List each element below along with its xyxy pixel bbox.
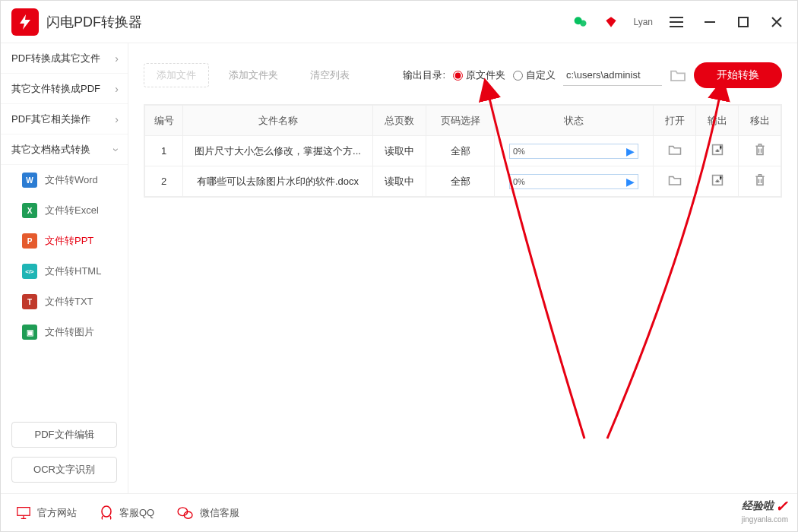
minimize-icon[interactable] <box>700 12 720 32</box>
titlebar: 闪电PDF转换器 Lyan <box>1 1 797 43</box>
file-table: 编号 文件名称 总页数 页码选择 状态 打开 输出 移出 1图片尺寸大小怎么修改… <box>144 104 782 198</box>
start-convert-button[interactable]: 开始转换 <box>694 62 782 88</box>
th-num: 编号 <box>145 106 183 136</box>
add-file-button[interactable]: 添加文件 <box>144 63 209 87</box>
maximize-icon[interactable] <box>733 12 753 32</box>
check-icon: ✓ <box>775 497 788 515</box>
sidebar-item-html[interactable]: </>文件转HTML <box>1 256 128 287</box>
th-status: 状态 <box>495 106 654 136</box>
progress-bar[interactable]: 0%▶ <box>509 174 638 189</box>
monitor-icon <box>16 506 31 520</box>
menu-icon[interactable] <box>667 12 686 32</box>
radio-custom-folder[interactable]: 自定义 <box>513 68 556 82</box>
sidebar-item-txt[interactable]: T文件转TXT <box>1 287 128 317</box>
main-panel: 添加文件 添加文件夹 清空列表 输出目录: 原文件夹 自定义 开始转换 编号 文… <box>128 43 797 493</box>
cell-status: 0%▶ <box>495 166 654 197</box>
trash-icon[interactable] <box>754 176 766 189</box>
chevron-right-icon: › <box>115 83 119 95</box>
chevron-right-icon: › <box>115 113 119 125</box>
sidebar-group-other-formats[interactable]: 其它文档格式转换› <box>1 135 128 165</box>
output-path-input[interactable] <box>563 65 662 86</box>
open-folder-icon[interactable] <box>668 145 682 158</box>
html-icon: </> <box>22 264 37 279</box>
footer-wechat[interactable]: 微信客服 <box>177 506 239 520</box>
sidebar-item-image[interactable]: ▣文件转图片 <box>1 317 128 347</box>
play-icon: ▶ <box>626 176 635 188</box>
trash-icon[interactable] <box>754 146 766 159</box>
svg-point-6 <box>102 506 111 517</box>
image-icon: ▣ <box>22 325 37 340</box>
th-pages: 总页数 <box>373 106 426 136</box>
th-name: 文件名称 <box>183 106 373 136</box>
watermark: 经验啦 ✓ jingyanla.com <box>742 497 788 524</box>
cell-num: 2 <box>145 166 183 197</box>
toolbar: 添加文件 添加文件夹 清空列表 输出目录: 原文件夹 自定义 开始转换 <box>144 59 782 92</box>
wechat-icon <box>177 506 194 520</box>
table-row: 1图片尺寸大小怎么修改，掌握这个方...读取中全部0%▶ <box>145 136 781 166</box>
word-icon: W <box>22 173 37 188</box>
export-icon[interactable] <box>711 145 724 158</box>
footer-official-site[interactable]: 官方网站 <box>16 506 77 520</box>
footer: 官方网站 客服QQ 微信客服 <box>1 493 797 531</box>
close-icon[interactable] <box>767 12 787 32</box>
ppt-icon: P <box>22 233 37 249</box>
titlebar-right: Lyan <box>572 12 787 32</box>
progress-bar[interactable]: 0%▶ <box>509 144 638 159</box>
qq-icon <box>100 505 113 521</box>
th-sel: 页码选择 <box>426 106 495 136</box>
cell-pages: 读取中 <box>373 136 426 166</box>
cell-name: 有哪些可以去除图片水印的软件.docx <box>183 166 373 197</box>
add-folder-button[interactable]: 添加文件夹 <box>217 63 290 87</box>
sidebar-group-pdf-to-other[interactable]: PDF转换成其它文件› <box>1 43 128 74</box>
cell-pages: 读取中 <box>373 166 426 197</box>
sidebar-item-ppt[interactable]: P文件转PPT <box>1 226 128 256</box>
user-name: Lyan <box>633 17 653 27</box>
browse-folder-icon[interactable] <box>670 67 686 84</box>
cell-sel[interactable]: 全部 <box>426 136 495 166</box>
th-export: 输出 <box>696 106 739 136</box>
table-row: 2有哪些可以去除图片水印的软件.docx读取中全部0%▶ <box>145 166 781 197</box>
radio-original-folder[interactable]: 原文件夹 <box>453 68 505 82</box>
chevron-down-icon: › <box>111 147 123 151</box>
sidebar-group-other-to-pdf[interactable]: 其它文件转换成PDF› <box>1 74 128 104</box>
clear-list-button[interactable]: 清空列表 <box>298 63 362 87</box>
footer-qq[interactable]: 客服QQ <box>100 505 154 521</box>
wechat-icon[interactable] <box>572 14 589 30</box>
sidebar-item-word[interactable]: W文件转Word <box>1 165 128 195</box>
sidebar-item-excel[interactable]: X文件转Excel <box>1 195 128 226</box>
body: PDF转换成其它文件› 其它文件转换成PDF› PDF其它相关操作› 其它文档格… <box>1 43 797 493</box>
sidebar-group-pdf-ops[interactable]: PDF其它相关操作› <box>1 104 128 135</box>
sidebar: PDF转换成其它文件› 其它文件转换成PDF› PDF其它相关操作› 其它文档格… <box>1 43 128 493</box>
cell-sel[interactable]: 全部 <box>426 166 495 197</box>
app-window: 闪电PDF转换器 Lyan PDF转换成其它文件› 其它文件转换成PDF› PD… <box>0 0 798 532</box>
th-remove: 移出 <box>739 106 781 136</box>
open-folder-icon[interactable] <box>668 176 682 188</box>
cell-status: 0%▶ <box>495 136 654 166</box>
chevron-right-icon: › <box>115 52 119 65</box>
svg-point-1 <box>581 20 587 26</box>
pdf-edit-button[interactable]: PDF文件编辑 <box>11 422 117 448</box>
txt-icon: T <box>22 294 37 309</box>
export-icon[interactable] <box>711 176 724 188</box>
cell-name: 图片尺寸大小怎么修改，掌握这个方... <box>183 136 373 166</box>
excel-icon: X <box>22 203 37 218</box>
app-title: 闪电PDF转换器 <box>46 13 142 31</box>
cell-num: 1 <box>145 136 183 166</box>
play-icon: ▶ <box>626 145 635 157</box>
th-open: 打开 <box>654 106 696 136</box>
ocr-button[interactable]: OCR文字识别 <box>11 457 117 483</box>
svg-rect-2 <box>739 17 748 27</box>
vip-icon[interactable] <box>603 14 619 30</box>
app-logo <box>11 8 39 36</box>
svg-rect-5 <box>17 507 30 515</box>
output-dir-label: 输出目录: <box>403 68 445 82</box>
